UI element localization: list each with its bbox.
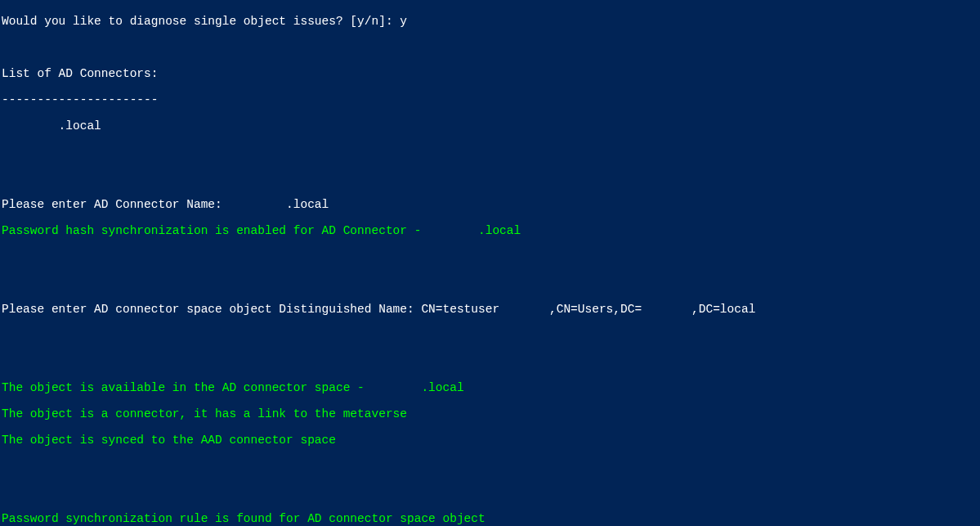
terminal-output: Would you like to diagnose single object… xyxy=(0,0,980,526)
object-synced: The object is synced to the AAD connecto… xyxy=(2,434,978,447)
connectors-underline: ---------------------- xyxy=(2,93,978,106)
enter-connector-prompt: Please enter AD Connector Name: .local xyxy=(2,198,978,211)
connectors-header: List of AD Connectors: xyxy=(2,67,978,80)
prompt-diagnose: Would you like to diagnose single object… xyxy=(2,15,978,28)
phs-enabled-message: Password hash synchronization is enabled… xyxy=(2,224,978,237)
object-available: The object is available in the AD connec… xyxy=(2,381,978,394)
connector-item: .local xyxy=(2,119,978,133)
enter-dn-prompt: Please enter AD connector space object D… xyxy=(2,303,978,316)
rule-ad-header: Password synchronization rule is found f… xyxy=(2,512,978,525)
object-connector: The object is a connector, it has a link… xyxy=(2,407,978,420)
